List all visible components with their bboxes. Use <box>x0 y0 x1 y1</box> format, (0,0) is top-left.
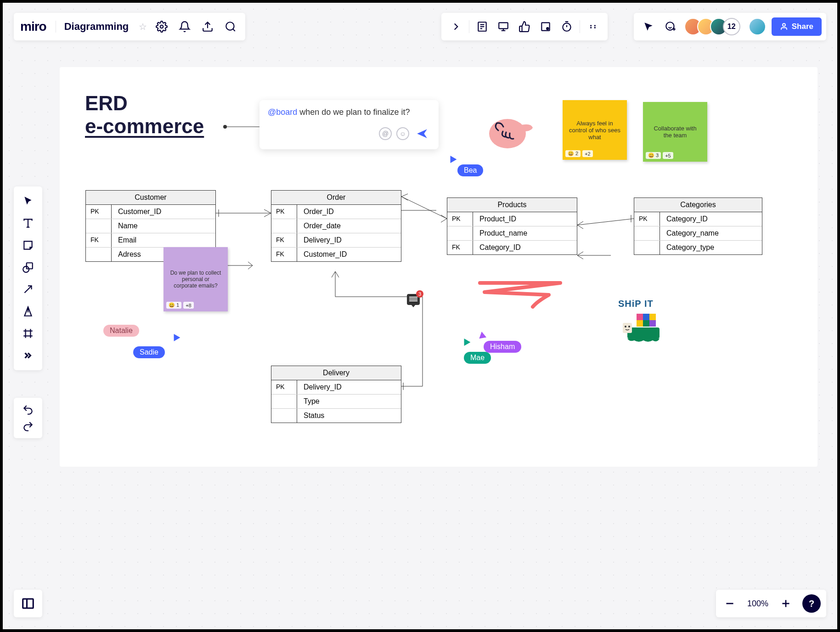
entity-field: Category_ID <box>473 241 577 254</box>
redo-button[interactable] <box>20 418 36 434</box>
comment-thread-icon[interactable]: 3 <box>407 294 420 305</box>
frame-tool[interactable] <box>18 323 38 344</box>
add-tag[interactable]: +5 <box>663 152 673 159</box>
reaction-tag[interactable]: 😀 1 <box>166 302 181 309</box>
more-icon[interactable] <box>585 18 601 35</box>
zoom-out-button[interactable] <box>722 595 738 612</box>
mention-icon[interactable]: @ <box>379 127 392 140</box>
svg-point-60 <box>628 326 630 327</box>
user-cursor <box>461 337 471 346</box>
svg-rect-65 <box>643 320 649 327</box>
entity-header: Delivery <box>271 366 401 380</box>
svg-line-3 <box>233 29 235 31</box>
star-icon[interactable]: ☆ <box>139 21 147 32</box>
svg-point-0 <box>160 25 163 28</box>
sticky-text: Do we plan to collect personal or corpor… <box>170 270 221 289</box>
bell-icon[interactable] <box>176 18 193 35</box>
entity-categories[interactable]: Categories PKCategory_ID Category_name C… <box>634 198 762 255</box>
cursor-mode-icon[interactable] <box>640 18 657 35</box>
sticky-note-yellow[interactable]: Always feel in control of who sees what … <box>563 100 627 160</box>
share-button[interactable]: Share <box>772 17 822 36</box>
entity-key: FK <box>271 233 297 247</box>
svg-rect-28 <box>27 263 33 269</box>
emoji-icon[interactable]: ☺ <box>396 127 409 140</box>
entity-order[interactable]: Order PKOrder_ID Order_date FKDelivery_I… <box>271 190 401 262</box>
presentation-icon[interactable] <box>495 18 512 35</box>
reaction-tag[interactable]: 😀 2 <box>565 150 581 157</box>
add-tag[interactable]: +8 <box>183 302 194 309</box>
entity-key <box>447 226 473 240</box>
comment-input[interactable]: @board when do we plan to finalize it? @… <box>259 100 439 149</box>
entity-key: PK <box>271 380 297 394</box>
reactions-icon[interactable] <box>662 18 679 35</box>
svg-point-17 <box>594 25 596 26</box>
sticky-note-purple[interactable]: Do we plan to collect personal or corpor… <box>163 247 228 311</box>
entity-key: FK <box>447 241 473 254</box>
svg-rect-8 <box>499 23 508 28</box>
help-button[interactable]: ? <box>802 594 821 613</box>
entity-delivery[interactable]: Delivery PKDelivery_ID Type Status <box>271 366 401 423</box>
sticky-text: Always feel in control of who sees what <box>569 120 620 141</box>
comment-text: @board when do we plan to finalize it? <box>268 107 430 117</box>
entity-key: FK <box>271 248 297 261</box>
chevron-right-icon[interactable] <box>448 18 464 35</box>
entity-key <box>271 219 297 233</box>
sticky-note-green[interactable]: Collaborate with the team 😀 3 +5 <box>643 102 707 162</box>
board-name[interactable]: Diagramming <box>56 21 133 33</box>
top-right-toolbar: 12 Share <box>634 13 826 40</box>
add-tag[interactable]: +2 <box>582 150 593 157</box>
pen-tool[interactable] <box>18 301 38 322</box>
zoom-level[interactable]: 100% <box>744 599 772 609</box>
board-canvas[interactable]: ERD e-commerce @board when do we plan to… <box>60 67 817 467</box>
reaction-tag[interactable]: 😀 3 <box>646 152 661 159</box>
entity-key: PK <box>86 205 112 219</box>
export-icon[interactable] <box>199 18 216 35</box>
board-title[interactable]: ERD e-commerce <box>85 92 204 138</box>
frame-dot-icon[interactable] <box>537 18 554 35</box>
thumbs-up-icon[interactable] <box>516 18 533 35</box>
shape-tool[interactable] <box>18 257 38 277</box>
settings-icon[interactable] <box>153 18 170 35</box>
ship-it-sticker[interactable]: SHiP IT <box>618 299 664 348</box>
top-left-toolbar: miro Diagramming ☆ <box>14 13 245 40</box>
select-tool[interactable] <box>18 191 38 211</box>
timer-icon[interactable] <box>558 18 575 35</box>
entity-header: Order <box>271 191 401 205</box>
svg-rect-57 <box>627 327 660 339</box>
svg-point-12 <box>547 28 548 29</box>
send-icon[interactable] <box>414 125 430 142</box>
undo-button[interactable] <box>20 401 36 418</box>
note-icon[interactable] <box>474 18 490 35</box>
miro-logo: miro <box>20 19 46 34</box>
svg-rect-58 <box>623 323 632 333</box>
zoom-bar: 100% ? <box>716 590 826 617</box>
svg-line-30 <box>24 286 31 293</box>
pointing-hand-graphic[interactable] <box>487 108 537 152</box>
entity-field: Customer_ID <box>297 248 401 261</box>
collaborator-avatars[interactable]: 12 <box>684 18 740 35</box>
more-tools[interactable] <box>18 345 38 366</box>
entity-products[interactable]: Products PKProduct_ID Product_name FKCat… <box>447 198 577 255</box>
arrow-tool[interactable] <box>18 279 38 299</box>
minimap-toggle[interactable] <box>14 590 42 617</box>
entity-header: Products <box>447 198 577 212</box>
entity-key: PK <box>447 212 473 226</box>
my-avatar[interactable] <box>749 18 766 35</box>
undo-redo-toolbar <box>14 398 42 438</box>
svg-line-49 <box>577 219 634 225</box>
text-tool[interactable] <box>18 213 38 233</box>
svg-rect-63 <box>649 314 656 320</box>
avatar-count[interactable]: 12 <box>723 18 740 35</box>
user-cursor <box>447 154 457 163</box>
search-icon[interactable] <box>222 18 239 35</box>
svg-point-16 <box>590 25 592 26</box>
zoom-in-button[interactable] <box>778 595 794 612</box>
entity-field: Order_ID <box>297 205 401 219</box>
sticky-tool[interactable] <box>18 235 38 255</box>
user-cursor <box>171 332 180 341</box>
drawing-squiggle[interactable] <box>478 278 565 312</box>
svg-point-19 <box>594 27 596 28</box>
entity-header: Categories <box>634 198 762 212</box>
entity-field: Delivery_ID <box>297 380 401 394</box>
svg-point-18 <box>590 27 592 28</box>
